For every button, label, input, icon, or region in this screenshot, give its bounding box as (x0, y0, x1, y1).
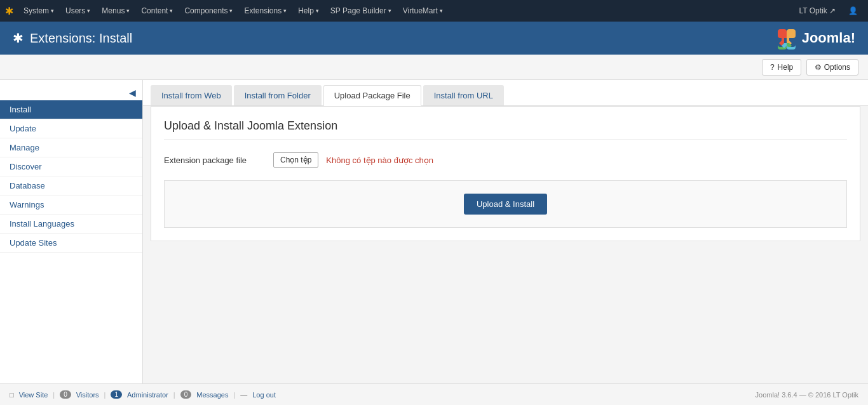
content-panel: Upload & Install Joomla Extension Extens… (151, 106, 860, 241)
admin-badge: 1 (111, 390, 122, 399)
nav-extensions[interactable]: Extensions ▾ (239, 0, 292, 22)
sidebar-item-update-sites[interactable]: Update Sites (0, 234, 142, 253)
sidebar-toggle-icon: ◀ (129, 88, 136, 98)
logout-separator-icon: — (240, 391, 247, 399)
extensions-install-icon: ✱ (13, 30, 24, 46)
main-area: ◀ Install Update Manage Discover Databas… (0, 80, 868, 383)
messages-label[interactable]: Messages (196, 391, 228, 399)
joomla-nav-logo: ✱ (5, 5, 13, 17)
tab-upload-package-file[interactable]: Upload Package File (323, 85, 421, 106)
nav-users-arrow: ▾ (87, 8, 90, 14)
tabs-bar: Install from Web Install from Folder Upl… (143, 80, 868, 106)
logout-link[interactable]: Log out (252, 391, 276, 399)
help-button[interactable]: ? Help (762, 59, 801, 76)
upload-install-button[interactable]: Upload & Install (464, 194, 547, 215)
help-icon: ? (770, 63, 775, 72)
sidebar-item-install-languages[interactable]: Install Languages (0, 215, 142, 234)
nav-content-arrow: ▾ (170, 8, 173, 14)
nav-sp-arrow: ▾ (388, 8, 391, 14)
toolbar: ? Help ⚙ Options (0, 55, 868, 80)
upload-action-area: Upload & Install (164, 180, 847, 228)
topnav-right: LT Optik ↗ 👤 (794, 0, 863, 22)
sidebar-item-update[interactable]: Update (0, 119, 142, 138)
user-menu[interactable]: 👤 (843, 0, 863, 22)
page-header: ✱ Extensions: Install Joomla! (0, 22, 868, 55)
sidebar-item-warnings[interactable]: Warnings (0, 196, 142, 215)
lt-optik-link[interactable]: LT Optik ↗ (794, 0, 841, 22)
nav-menus[interactable]: Menus ▾ (97, 0, 135, 22)
nav-components[interactable]: Components ▾ (179, 0, 238, 22)
administrator-label[interactable]: Administrator (127, 391, 168, 399)
nav-users[interactable]: Users ▾ (60, 0, 95, 22)
page-title: Extensions: Install (30, 31, 132, 46)
tab-install-from-folder[interactable]: Install from Folder (234, 85, 322, 105)
sidebar-item-database[interactable]: Database (0, 176, 142, 196)
tab-install-from-web[interactable]: Install from Web (151, 85, 232, 105)
nav-menus-arrow: ▾ (126, 8, 130, 14)
nav-system-arrow: ▾ (51, 8, 54, 14)
sidebar-item-manage[interactable]: Manage (0, 138, 142, 157)
nav-content[interactable]: Content ▾ (136, 0, 178, 22)
footer-version-text: Joomla! 3.6.4 — © 2016 LT Optik (756, 391, 858, 399)
visitors-badge: 0 (60, 390, 71, 399)
joomla-logo: Joomla! (775, 27, 855, 50)
nav-vm-arrow: ▾ (440, 8, 443, 14)
sidebar-item-discover[interactable]: Discover (0, 157, 142, 176)
section-title: Upload & Install Joomla Extension (164, 119, 847, 140)
nav-help-arrow: ▾ (316, 8, 319, 14)
options-button[interactable]: ⚙ Options (806, 59, 858, 76)
choose-file-button[interactable]: Chọn tệp (273, 152, 318, 168)
nav-extensions-arrow: ▾ (283, 8, 287, 14)
nav-system[interactable]: System ▾ (18, 0, 59, 22)
joomla-logo-svg (775, 27, 798, 50)
file-upload-form-row: Extension package file Chọn tệp Không có… (164, 152, 847, 168)
sidebar-toggle-button[interactable]: ◀ (0, 85, 142, 100)
nav-help[interactable]: Help ▾ (293, 0, 324, 22)
nav-virtuemart[interactable]: VirtueMart ▾ (398, 0, 448, 22)
sidebar-item-install[interactable]: Install (0, 100, 142, 119)
messages-badge: 0 (180, 390, 192, 399)
view-site-icon: □ (10, 391, 14, 399)
nav-components-arrow: ▾ (229, 8, 233, 14)
visitors-label[interactable]: Visitors (76, 391, 99, 399)
footer: □ View Site | 0 Visitors | 1 Administrat… (0, 383, 868, 405)
extension-package-file-label: Extension package file (164, 156, 266, 165)
view-site-link[interactable]: View Site (19, 391, 48, 399)
sidebar: ◀ Install Update Manage Discover Databas… (0, 80, 143, 383)
nav-sp-page-builder[interactable]: SP Page Builder ▾ (325, 0, 397, 22)
main-content: Install from Web Install from Folder Upl… (143, 80, 868, 383)
top-navigation: ✱ System ▾ Users ▾ Menus ▾ Content ▾ Com… (0, 0, 868, 22)
no-file-chosen-text: Không có tệp nào được chọn (326, 156, 433, 165)
tab-install-from-url[interactable]: Install from URL (423, 85, 504, 105)
